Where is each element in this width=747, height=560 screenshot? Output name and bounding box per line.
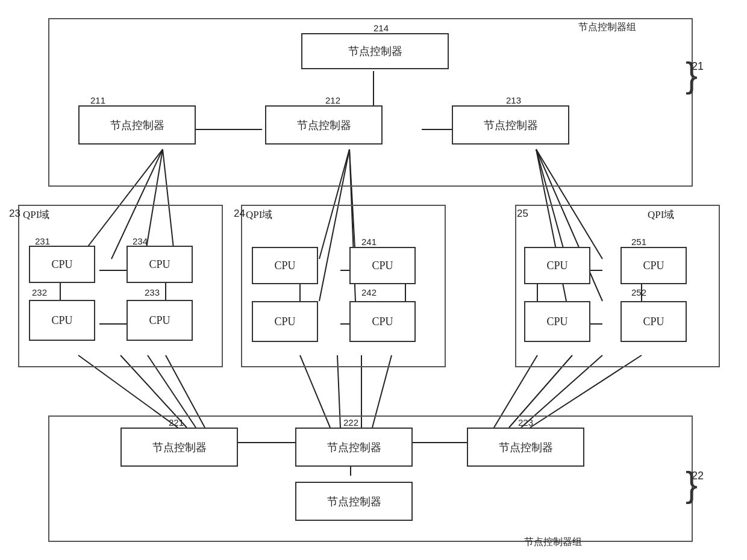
- group-24: [241, 205, 446, 367]
- ref-222: 222: [343, 417, 358, 428]
- node-211: 节点控制器: [78, 105, 196, 145]
- cpu-251a: CPU: [524, 247, 590, 284]
- cpu-233: CPU: [127, 300, 193, 341]
- node-223: 节点控制器: [467, 428, 584, 467]
- group25-ref: 25: [517, 208, 528, 220]
- node-212: 节点控制器: [265, 105, 383, 145]
- cpu-232: CPU: [29, 300, 95, 341]
- group25-label: QPI域: [648, 208, 674, 222]
- group-23: [18, 205, 223, 367]
- group22-label: 节点控制器组: [524, 536, 582, 549]
- diagram: 节点控制器组 21 } 节点控制器 214 节点控制器 211 节点控制器 21…: [0, 0, 747, 560]
- cpu-252b: CPU: [620, 301, 687, 342]
- ref-212: 212: [325, 95, 340, 105]
- node-221: 节点控制器: [120, 428, 238, 467]
- group23-ref: 23: [9, 208, 20, 220]
- ref-233: 233: [145, 287, 160, 297]
- cpu-252a: CPU: [524, 301, 590, 342]
- ref-232: 232: [32, 287, 47, 297]
- cpu-251b: CPU: [620, 247, 687, 284]
- group-25: [515, 205, 720, 367]
- group24-ref: 24: [234, 208, 245, 220]
- group23-label: QPI域: [23, 208, 49, 222]
- ref-221: 221: [169, 417, 184, 428]
- ref-231: 231: [35, 236, 50, 246]
- cpu-234: CPU: [127, 246, 193, 283]
- ref-214: 214: [374, 23, 389, 33]
- ref-213: 213: [506, 95, 521, 105]
- ref-251: 251: [631, 237, 646, 247]
- node-214: 节点控制器: [301, 33, 449, 69]
- node-213: 节点控制器: [452, 105, 569, 145]
- ref-241: 241: [361, 237, 377, 247]
- cpu-242b: CPU: [349, 301, 416, 342]
- node-222: 节点控制器: [295, 428, 413, 467]
- cpu-241b: CPU: [349, 247, 416, 284]
- brace21: }: [686, 54, 698, 96]
- group21-label: 节点控制器组: [578, 21, 636, 34]
- cpu-231: CPU: [29, 246, 95, 283]
- ref-252: 252: [631, 287, 646, 297]
- ref-223: 223: [518, 417, 533, 428]
- ref-211: 211: [90, 95, 105, 105]
- ref-234: 234: [133, 236, 148, 246]
- cpu-241a: CPU: [252, 247, 318, 284]
- cpu-242a: CPU: [252, 301, 318, 342]
- group24-label: QPI域: [246, 208, 272, 222]
- ref-242: 242: [361, 287, 377, 297]
- node-224: 节点控制器: [295, 482, 413, 521]
- brace22: }: [686, 464, 698, 505]
